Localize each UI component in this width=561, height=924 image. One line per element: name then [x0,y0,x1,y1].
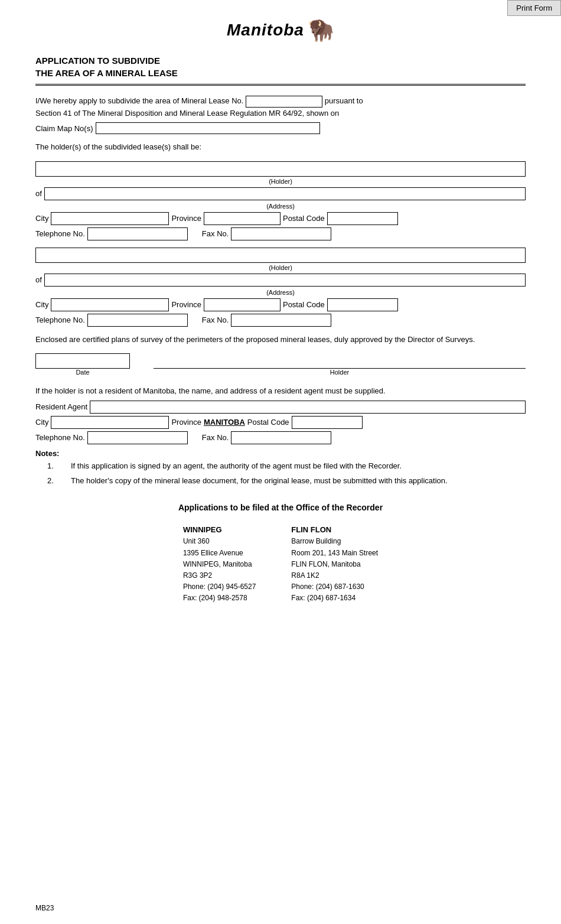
holder2-of-row: of [35,274,526,287]
note1-text: If this application is signed by an agen… [71,461,402,470]
date-label: Date [35,369,130,376]
postal-label-1: Postal Code [283,214,325,223]
holder1-postal-input[interactable] [327,212,398,225]
resident-agent-input[interactable] [90,401,526,414]
postal-label-2: Postal Code [283,300,325,309]
holder2-label: (Holder) [35,264,526,271]
holder1-tel-row: Telephone No. Fax No. [35,227,526,240]
note1-num: 1. [47,461,59,470]
main-content: APPLICATION TO SUBDIVIDE THE AREA OF A M… [0,48,561,627]
signature-area: Date Holder [35,353,526,376]
resident-agent-label: Resident Agent [35,402,87,411]
holder1-input-wrapper [35,161,526,177]
address-label-1: (Address) [35,203,526,210]
title-divider [35,84,526,86]
resident-agent-tel-input[interactable] [87,431,188,444]
footer-title: Applications to be filed at the Office o… [35,503,526,512]
date-input[interactable] [35,353,130,369]
tel-label-ra: Telephone No. [35,433,85,442]
holder2-province-input[interactable] [204,298,280,311]
note2: 2. The holder's copy of the mineral leas… [35,476,526,485]
holder2-address-of-input[interactable] [44,274,526,287]
notes-section: Notes: 1. If this application is signed … [35,449,526,485]
winnipeg-line1: Unit 360 [183,536,256,547]
fax-label-1: Fax No. [202,229,229,238]
holder2-section: (Holder) of (Address) City Province Post… [35,248,526,327]
logo-area: Manitoba 🦬 [0,0,561,48]
tel-label-1: Telephone No. [35,229,85,238]
note2-num: 2. [47,476,59,485]
holder1-city-input[interactable] [51,212,169,225]
footer-section: Applications to be filed at the Office o… [35,503,526,604]
flinflon-line5: Phone: (204) 687-1630 [291,581,378,593]
date-field-wrapper: Date [35,353,130,376]
signature-line [154,359,526,369]
province-label-2: Province [171,300,201,309]
of-label-1: of [35,189,42,198]
form-title: APPLICATION TO SUBDIVIDE THE AREA OF A M… [35,54,526,79]
note1: 1. If this application is signed by an a… [35,461,526,470]
holder2-tel-row: Telephone No. Fax No. [35,314,526,327]
flinflon-line6: Fax: (204) 687-1634 [291,593,378,604]
postal-label-ra: Postal Code [247,418,289,427]
fax-label-2: Fax No. [202,315,229,324]
holder-signature-wrapper: Holder [154,359,526,376]
holder1-city-row: City Province Postal Code [35,212,526,225]
holder1-section: (Holder) of (Address) City Province Post… [35,161,526,240]
resident-agent-city-row: City Province MANITOBA Postal Code [35,416,526,429]
manitoba-logo-text: Manitoba [227,21,304,40]
claim-map-row: Claim Map No(s) [35,122,526,134]
holder2-city-row: City Province Postal Code [35,298,526,311]
resident-agent-postal-input[interactable] [292,416,363,429]
holder1-tel-input[interactable] [87,227,188,240]
holder2-name-input[interactable] [36,248,525,262]
intro-text3: Section 41 of The Mineral Disposition an… [35,109,339,118]
winnipeg-line4: R3G 3P2 [183,570,256,581]
bison-icon: 🦬 [308,18,334,43]
holder1-address-of-input[interactable] [44,187,526,200]
winnipeg-name: WINNIPEG [183,524,256,536]
holder1-name-input[interactable] [36,162,525,176]
holder2-city-input[interactable] [51,298,169,311]
flinflon-name: FLIN FLON [291,524,378,536]
notes-title: Notes: [35,449,526,458]
resident-agent-tel-row: Telephone No. Fax No. [35,431,526,444]
intro-paragraph: I/We hereby apply to subdivide the area … [35,95,526,119]
survey-text: Enclosed are certified plans of survey o… [35,334,526,346]
title-line2: THE AREA OF A MINERAL LEASE [35,67,526,79]
mineral-lease-no-input[interactable] [246,96,322,108]
holder1-of-row: of [35,187,526,200]
city-label-ra: City [35,418,48,427]
province-label-ra: Province [171,418,201,427]
holder1-province-input[interactable] [204,212,280,225]
winnipeg-office: WINNIPEG Unit 360 1395 Ellice Avenue WIN… [183,524,256,604]
intro-text: I/We hereby apply to subdivide the area … [35,96,243,105]
claim-map-input[interactable] [96,122,320,134]
flinflon-office: FLIN FLON Barrow Building Room 201, 143 … [291,524,378,604]
resident-agent-fax-input[interactable] [231,431,331,444]
claim-map-label: Claim Map No(s) [35,124,93,133]
holder2-fax-input[interactable] [231,314,331,327]
flinflon-line2: Room 201, 143 Main Street [291,548,378,559]
print-form-button[interactable]: Print Form [507,0,561,16]
tel-label-2: Telephone No. [35,315,85,324]
intro-text2: pursuant to [325,96,363,105]
holder2-input-wrapper [35,248,526,263]
holder1-fax-input[interactable] [231,227,331,240]
address-label-2: (Address) [35,289,526,296]
manitoba-logo: Manitoba 🦬 [227,18,334,43]
resident-agent-text: If the holder is not a resident of Manit… [35,385,526,397]
holder2-postal-input[interactable] [327,298,398,311]
holder-sig-label: Holder [154,369,526,376]
resident-agent-city-input[interactable] [51,416,169,429]
holder-intro-text: The holder(s) of the subdivided lease(s)… [35,141,526,153]
flinflon-line3: FLIN FLON, Manitoba [291,559,378,570]
city-label-2: City [35,300,48,309]
winnipeg-line2: 1395 Ellice Avenue [183,548,256,559]
province-fixed-text: MANITOBA [204,418,245,427]
of-label-2: of [35,275,42,284]
holder2-tel-input[interactable] [87,314,188,327]
fax-label-ra: Fax No. [202,433,229,442]
winnipeg-line3: WINNIPEG, Manitoba [183,559,256,570]
note2-text: The holder's copy of the mineral lease d… [71,476,448,485]
